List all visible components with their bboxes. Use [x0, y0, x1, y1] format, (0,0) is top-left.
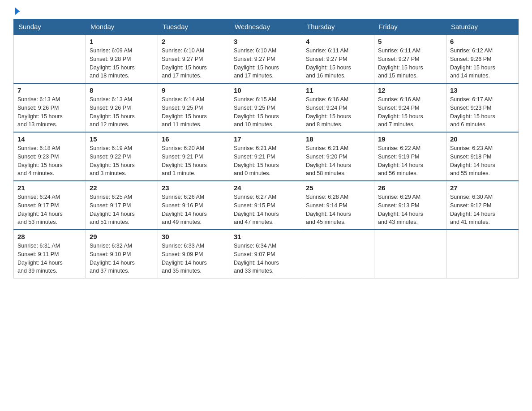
day-number: 8 [90, 86, 154, 94]
day-number: 13 [450, 86, 515, 94]
day-number: 22 [90, 184, 154, 192]
calendar-header-row: SundayMondayTuesdayWednesdayThursdayFrid… [14, 19, 519, 35]
day-info: Sunrise: 6:30 AM Sunset: 9:12 PM Dayligh… [450, 193, 515, 227]
day-header-friday: Friday [374, 19, 446, 35]
day-number: 11 [306, 86, 370, 94]
day-info: Sunrise: 6:24 AM Sunset: 9:17 PM Dayligh… [17, 193, 82, 227]
calendar-cell: 7Sunrise: 6:13 AM Sunset: 9:26 PM Daylig… [14, 83, 86, 132]
calendar-cell: 6Sunrise: 6:12 AM Sunset: 9:26 PM Daylig… [446, 34, 519, 83]
calendar-cell: 10Sunrise: 6:15 AM Sunset: 9:25 PM Dayli… [230, 83, 302, 132]
day-number: 30 [162, 233, 226, 240]
calendar-cell [302, 230, 374, 278]
week-row-1: 1Sunrise: 6:09 AM Sunset: 9:28 PM Daylig… [14, 34, 519, 83]
day-number: 18 [306, 135, 370, 143]
calendar-cell: 23Sunrise: 6:26 AM Sunset: 9:16 PM Dayli… [158, 181, 230, 230]
day-number: 28 [17, 233, 82, 240]
calendar-cell: 14Sunrise: 6:18 AM Sunset: 9:23 PM Dayli… [14, 132, 86, 181]
day-number: 9 [162, 86, 226, 94]
day-info: Sunrise: 6:23 AM Sunset: 9:18 PM Dayligh… [450, 144, 515, 178]
week-row-3: 14Sunrise: 6:18 AM Sunset: 9:23 PM Dayli… [14, 132, 519, 181]
day-number: 19 [378, 135, 442, 143]
day-number: 12 [378, 86, 442, 94]
calendar-cell: 24Sunrise: 6:27 AM Sunset: 9:15 PM Dayli… [230, 181, 302, 230]
calendar-table: SundayMondayTuesdayWednesdayThursdayFrid… [13, 19, 519, 278]
day-info: Sunrise: 6:33 AM Sunset: 9:09 PM Dayligh… [162, 242, 226, 275]
day-info: Sunrise: 6:17 AM Sunset: 9:23 PM Dayligh… [450, 95, 515, 129]
day-number: 20 [450, 135, 515, 143]
day-number: 15 [90, 135, 154, 143]
day-info: Sunrise: 6:16 AM Sunset: 9:24 PM Dayligh… [306, 95, 370, 129]
calendar-cell: 29Sunrise: 6:32 AM Sunset: 9:10 PM Dayli… [86, 230, 158, 278]
page-header [13, 9, 519, 14]
calendar-cell: 9Sunrise: 6:14 AM Sunset: 9:25 PM Daylig… [158, 83, 230, 132]
day-info: Sunrise: 6:10 AM Sunset: 9:27 PM Dayligh… [234, 47, 298, 80]
day-number: 3 [234, 38, 298, 45]
day-info: Sunrise: 6:26 AM Sunset: 9:16 PM Dayligh… [162, 193, 226, 227]
calendar-cell: 8Sunrise: 6:13 AM Sunset: 9:26 PM Daylig… [86, 83, 158, 132]
calendar-cell: 28Sunrise: 6:31 AM Sunset: 9:11 PM Dayli… [14, 230, 86, 278]
day-info: Sunrise: 6:12 AM Sunset: 9:26 PM Dayligh… [450, 47, 515, 80]
day-number: 21 [17, 184, 82, 192]
calendar-cell: 27Sunrise: 6:30 AM Sunset: 9:12 PM Dayli… [446, 181, 519, 230]
day-info: Sunrise: 6:34 AM Sunset: 9:07 PM Dayligh… [234, 242, 298, 275]
day-info: Sunrise: 6:11 AM Sunset: 9:27 PM Dayligh… [378, 47, 442, 80]
calendar-cell: 25Sunrise: 6:28 AM Sunset: 9:14 PM Dayli… [302, 181, 374, 230]
day-info: Sunrise: 6:15 AM Sunset: 9:25 PM Dayligh… [234, 95, 298, 129]
day-number: 16 [162, 135, 226, 143]
day-number: 7 [17, 86, 82, 94]
day-number: 29 [90, 233, 154, 240]
day-number: 4 [306, 38, 370, 45]
calendar-cell: 17Sunrise: 6:21 AM Sunset: 9:21 PM Dayli… [230, 132, 302, 181]
day-info: Sunrise: 6:29 AM Sunset: 9:13 PM Dayligh… [378, 193, 442, 227]
week-row-5: 28Sunrise: 6:31 AM Sunset: 9:11 PM Dayli… [14, 230, 519, 278]
calendar-cell [446, 230, 519, 278]
calendar-cell: 31Sunrise: 6:34 AM Sunset: 9:07 PM Dayli… [230, 230, 302, 278]
day-info: Sunrise: 6:18 AM Sunset: 9:23 PM Dayligh… [17, 144, 82, 178]
week-row-2: 7Sunrise: 6:13 AM Sunset: 9:26 PM Daylig… [14, 83, 519, 132]
day-number: 24 [234, 184, 298, 192]
day-header-thursday: Thursday [302, 19, 374, 35]
day-info: Sunrise: 6:10 AM Sunset: 9:27 PM Dayligh… [162, 47, 226, 80]
day-number: 31 [234, 233, 298, 240]
calendar-cell: 30Sunrise: 6:33 AM Sunset: 9:09 PM Dayli… [158, 230, 230, 278]
day-info: Sunrise: 6:27 AM Sunset: 9:15 PM Dayligh… [234, 193, 298, 227]
calendar-cell: 12Sunrise: 6:16 AM Sunset: 9:24 PM Dayli… [374, 83, 446, 132]
day-info: Sunrise: 6:31 AM Sunset: 9:11 PM Dayligh… [17, 242, 82, 275]
calendar-cell: 11Sunrise: 6:16 AM Sunset: 9:24 PM Dayli… [302, 83, 374, 132]
day-info: Sunrise: 6:22 AM Sunset: 9:19 PM Dayligh… [378, 144, 442, 178]
calendar-cell: 15Sunrise: 6:19 AM Sunset: 9:22 PM Dayli… [86, 132, 158, 181]
day-number: 5 [378, 38, 442, 45]
calendar-cell: 5Sunrise: 6:11 AM Sunset: 9:27 PM Daylig… [374, 34, 446, 83]
day-info: Sunrise: 6:11 AM Sunset: 9:27 PM Dayligh… [306, 47, 370, 80]
day-number: 6 [450, 38, 515, 45]
day-header-saturday: Saturday [446, 19, 519, 35]
day-info: Sunrise: 6:14 AM Sunset: 9:25 PM Dayligh… [162, 95, 226, 129]
day-header-tuesday: Tuesday [158, 19, 230, 35]
day-number: 10 [234, 86, 298, 94]
day-number: 23 [162, 184, 226, 192]
day-header-wednesday: Wednesday [230, 19, 302, 35]
day-header-monday: Monday [86, 19, 158, 35]
week-row-4: 21Sunrise: 6:24 AM Sunset: 9:17 PM Dayli… [14, 181, 519, 230]
calendar-cell: 19Sunrise: 6:22 AM Sunset: 9:19 PM Dayli… [374, 132, 446, 181]
day-number: 27 [450, 184, 515, 192]
day-info: Sunrise: 6:20 AM Sunset: 9:21 PM Dayligh… [162, 144, 226, 178]
logo [13, 9, 20, 14]
calendar-cell [14, 34, 86, 83]
calendar-cell: 22Sunrise: 6:25 AM Sunset: 9:17 PM Dayli… [86, 181, 158, 230]
day-number: 1 [90, 38, 154, 45]
calendar-cell: 26Sunrise: 6:29 AM Sunset: 9:13 PM Dayli… [374, 181, 446, 230]
calendar-cell: 4Sunrise: 6:11 AM Sunset: 9:27 PM Daylig… [302, 34, 374, 83]
day-info: Sunrise: 6:25 AM Sunset: 9:17 PM Dayligh… [90, 193, 154, 227]
day-number: 26 [378, 184, 442, 192]
day-info: Sunrise: 6:16 AM Sunset: 9:24 PM Dayligh… [378, 95, 442, 129]
day-number: 17 [234, 135, 298, 143]
calendar-cell: 3Sunrise: 6:10 AM Sunset: 9:27 PM Daylig… [230, 34, 302, 83]
calendar-cell: 13Sunrise: 6:17 AM Sunset: 9:23 PM Dayli… [446, 83, 519, 132]
day-header-sunday: Sunday [14, 19, 86, 35]
day-info: Sunrise: 6:09 AM Sunset: 9:28 PM Dayligh… [90, 47, 154, 80]
calendar-cell: 1Sunrise: 6:09 AM Sunset: 9:28 PM Daylig… [86, 34, 158, 83]
day-number: 2 [162, 38, 226, 45]
calendar-cell: 2Sunrise: 6:10 AM Sunset: 9:27 PM Daylig… [158, 34, 230, 83]
day-info: Sunrise: 6:21 AM Sunset: 9:20 PM Dayligh… [306, 144, 370, 178]
